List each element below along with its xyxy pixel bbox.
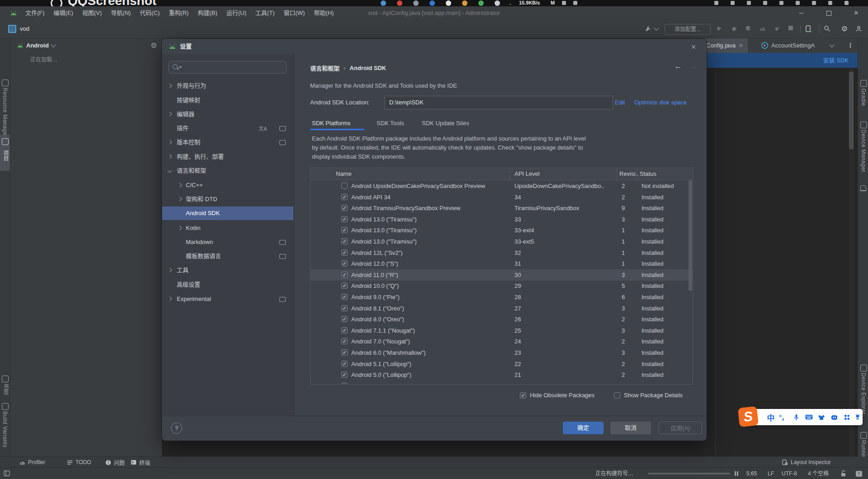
close-icon[interactable]: ✕: [739, 42, 743, 49]
editor-tab-accountsetting[interactable]: AccountSettingA: [757, 38, 819, 53]
settings-tree-item-15[interactable]: Experimental: [162, 292, 293, 306]
toolwindow-1[interactable]: TODO: [67, 457, 91, 468]
table-row[interactable]: ✓Android API 34342Installed: [311, 192, 693, 203]
chevron-down-icon[interactable]: [51, 42, 56, 47]
unlock-icon[interactable]: [841, 470, 846, 477]
column-header-1[interactable]: API Level: [514, 168, 540, 180]
run-icon[interactable]: [716, 25, 723, 33]
menu-2[interactable]: 视图(V): [78, 6, 106, 20]
row-checkbox[interactable]: ✓: [341, 294, 348, 300]
settings-tree-item-9[interactable]: Android SDK: [162, 207, 293, 220]
settings-gear-icon[interactable]: ⚙: [841, 25, 848, 33]
table-row[interactable]: ✓Android 8.0 ("Oreo")262Installed: [311, 314, 693, 325]
tray-icon[interactable]: [562, 1, 566, 5]
menu-8[interactable]: 工具(T): [251, 6, 279, 20]
toolwindow-0[interactable]: Profiler: [19, 457, 45, 468]
settings-search-input[interactable]: [168, 61, 287, 74]
table-row[interactable]: ✓Android 12.0 ("S")311Installed: [311, 258, 693, 269]
column-header-2[interactable]: Revisi..: [619, 168, 639, 180]
apply-button[interactable]: 应用(A): [659, 422, 702, 434]
caret-position[interactable]: 5:65: [746, 468, 757, 479]
menu-3[interactable]: 导航(N): [106, 6, 135, 20]
row-checkbox[interactable]: ✓: [341, 194, 348, 200]
row-checkbox[interactable]: ✓: [341, 238, 348, 244]
toolbox-grid-icon[interactable]: [841, 409, 853, 425]
tray-dot-icon[interactable]: [462, 0, 467, 6]
editor-scrollbar-thumb[interactable]: [849, 71, 854, 150]
emoji-robot-icon[interactable]: [828, 409, 840, 425]
search-icon[interactable]: [824, 25, 831, 33]
settings-tree-item-1[interactable]: 按键映射: [162, 94, 293, 107]
edit-link[interactable]: Edit: [615, 99, 625, 106]
table-row[interactable]: ✓Android 8.1 ("Oreo")273Installed: [311, 303, 693, 314]
sdk-location-field[interactable]: D:\temp\SDK: [384, 96, 613, 109]
settings-tree-item-3[interactable]: 插件文A: [162, 122, 293, 135]
running-devices-icon[interactable]: [860, 432, 867, 439]
attach-debugger-icon[interactable]: [774, 25, 781, 33]
column-header-0[interactable]: Name: [336, 168, 352, 180]
help-button[interactable]: ?: [171, 423, 182, 434]
install-sdk-link[interactable]: 安装 SDK: [823, 53, 849, 68]
profiler-icon[interactable]: [760, 25, 767, 33]
settings-tree-item-11[interactable]: Markdown: [162, 235, 293, 249]
row-checkbox[interactable]: ✓: [341, 249, 348, 256]
settings-tree-item-13[interactable]: 工具: [162, 263, 293, 277]
menu-0[interactable]: 文件(F): [21, 6, 49, 20]
table-row[interactable]: ✓Android 13.0 ("Tiramisu")33-ext51Instal…: [311, 236, 693, 247]
bookmark-icon[interactable]: [2, 376, 9, 382]
avatar-icon[interactable]: [855, 25, 863, 33]
row-checkbox[interactable]: ✓: [341, 361, 348, 367]
table-row[interactable]: ✓Android 7.1.1 ("Nougat")253Installed: [311, 325, 693, 336]
close-window-button[interactable]: ✕: [849, 6, 864, 20]
hide-obsolete-checkbox[interactable]: ✓: [520, 392, 526, 399]
tray-dot-icon[interactable]: [495, 0, 500, 6]
tray-dot-icon[interactable]: [446, 0, 451, 6]
settings-tree-item-0[interactable]: 外观与行为: [162, 79, 293, 93]
tab-sdk-tools[interactable]: SDK Tools: [377, 117, 404, 129]
row-checkbox[interactable]: ✓: [341, 349, 348, 356]
settings-tree-item-2[interactable]: 编辑器: [162, 108, 293, 121]
tray-dot-icon[interactable]: [478, 0, 484, 6]
editor-tab-config[interactable]: Config.java ✕: [702, 38, 748, 53]
stripe-item-0[interactable]: Gradle: [860, 89, 867, 106]
pause-icon[interactable]: [734, 471, 738, 476]
device-manager-icon[interactable]: [860, 122, 867, 128]
table-row[interactable]: ✓Android 13.0 ("Tiramisu")333Installed: [311, 214, 693, 225]
stripe-item-3[interactable]: Build Variants: [2, 411, 8, 447]
table-row[interactable]: Android UpsideDownCakePrivacySandbox Pre…: [311, 180, 693, 192]
kebab-menu-icon[interactable]: ⋮: [847, 42, 854, 49]
tray-icon[interactable]: [779, 1, 783, 5]
settings-tree-item-12[interactable]: 模板数据语言: [162, 249, 293, 263]
settings-tree-item-14[interactable]: 高级设置: [162, 278, 293, 291]
wrench-icon[interactable]: [645, 25, 651, 32]
tray-icon[interactable]: [714, 1, 718, 5]
row-checkbox[interactable]: ✓: [341, 272, 348, 278]
table-row[interactable]: ✓Android 5.0 ("Lollipop")212Installed: [311, 369, 693, 380]
keyboard-icon[interactable]: [803, 409, 815, 425]
debug-icon[interactable]: [731, 25, 738, 33]
stripe-item-0[interactable]: Resource Manager: [2, 88, 8, 137]
settings-tree-item-8[interactable]: 架构和 DTD: [162, 193, 293, 206]
settings-tree-item-6[interactable]: 语言和框架: [162, 164, 293, 178]
settings-tree-item-7[interactable]: C/C++: [162, 178, 293, 192]
tray-icon[interactable]: [763, 1, 767, 5]
menu-10[interactable]: 帮助(H): [309, 6, 338, 20]
gradle-icon[interactable]: [860, 80, 867, 87]
tray-dot-icon[interactable]: [429, 0, 435, 6]
mic-icon[interactable]: [790, 409, 802, 425]
table-row[interactable]: ✓Android 13.0 ("Tiramisu")33-ext41Instal…: [311, 225, 693, 236]
table-row[interactable]: ✓Android 11.0 ("R")303Installed: [311, 269, 693, 281]
table-row[interactable]: ✓Android 10.0 ("Q")295Installed: [311, 280, 693, 291]
toolwindow-3[interactable]: 终端: [131, 457, 150, 468]
table-scrollbar[interactable]: [688, 180, 693, 384]
indent-setting[interactable]: 4 个空格: [808, 468, 829, 479]
tray-icon[interactable]: [844, 1, 849, 5]
tray-icon[interactable]: [812, 1, 816, 5]
tray-dot-icon[interactable]: [413, 0, 419, 6]
stop-icon[interactable]: [788, 25, 795, 33]
menu-6[interactable]: 构建(B): [193, 6, 222, 20]
bell-icon[interactable]: [860, 185, 866, 191]
device-explorer-icon[interactable]: [860, 365, 867, 371]
tray-dot-icon[interactable]: [381, 0, 386, 6]
menu-9[interactable]: 窗口(W): [279, 6, 309, 20]
